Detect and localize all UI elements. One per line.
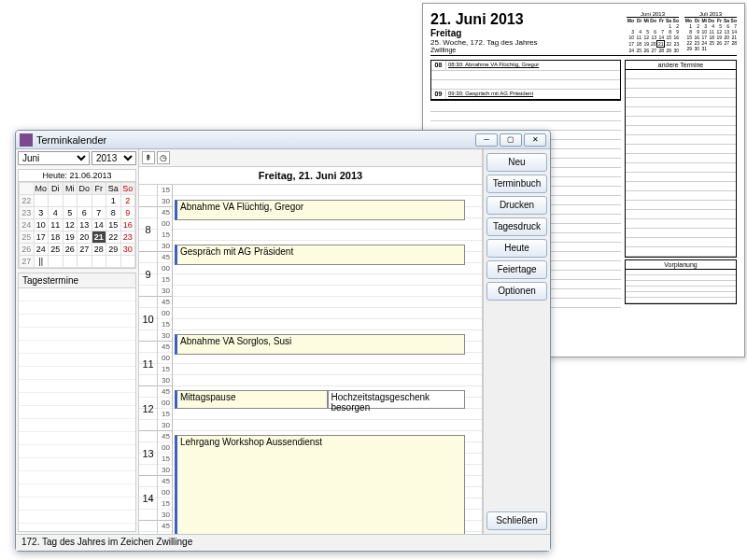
calendar-day[interactable]: 4 <box>49 207 63 219</box>
calendar-day[interactable]: 17 <box>34 231 49 244</box>
day-appointments-panel: Tagestermine <box>18 273 136 532</box>
close-window-button[interactable]: ✕ <box>524 133 546 147</box>
calendar-day[interactable]: 7 <box>92 207 106 219</box>
calendar-day[interactable]: 30 <box>120 244 135 256</box>
calendar-day[interactable] <box>63 256 78 268</box>
calendar-day[interactable]: 2 <box>120 195 135 207</box>
print-weekday: Freitag <box>430 28 627 38</box>
appointment[interactable]: Gespräch mit AG Präsident <box>175 245 465 265</box>
calendar-day[interactable]: 29 <box>106 244 121 256</box>
calendar-day[interactable]: 26 <box>63 244 78 256</box>
terminkalender-window: Terminkalender ─ ▢ ✕ Juni 2013 Heute: 21… <box>15 130 551 552</box>
calendar-day[interactable]: 10 <box>34 219 49 231</box>
calendar-day[interactable]: || <box>34 256 49 268</box>
calendar-day[interactable]: 25 <box>49 244 63 256</box>
calendar-day[interactable]: 24 <box>34 244 49 256</box>
calendar-day[interactable] <box>49 256 63 268</box>
calendar-day[interactable]: 12 <box>63 219 78 231</box>
drucken-button[interactable]: Drucken <box>486 196 547 215</box>
neu-button[interactable]: Neu <box>486 153 547 172</box>
appointment[interactable]: Abnahme VA Flüchtig, Gregor <box>175 200 465 220</box>
today-caption: Heute: 21.06.2013 <box>19 170 135 182</box>
print-minical-current: Juni 2013 MoDiMiDoFrSaSo1234567891011121… <box>627 11 679 53</box>
feiertage-button[interactable]: Feiertage <box>486 260 547 279</box>
tagesdruck-button[interactable]: Tagesdruck <box>486 217 547 236</box>
close-button[interactable]: Schließen <box>486 511 547 530</box>
calendar-day[interactable]: 19 <box>63 231 78 244</box>
schedule-grid[interactable]: 89101112131415 1530450015304500153045001… <box>139 185 482 534</box>
appointment[interactable]: Mittagspause <box>175 390 328 409</box>
calendar-day[interactable]: 18 <box>49 231 63 244</box>
calendar-day[interactable] <box>63 195 78 207</box>
statusbar: 172. Tag des Jahres im Zeichen Zwillinge <box>16 534 550 551</box>
year-select[interactable]: 2013 <box>92 151 136 165</box>
calendar-day[interactable]: 20 <box>78 231 92 244</box>
terminbuch-button[interactable]: Terminbuch <box>486 175 547 193</box>
calendar-day[interactable] <box>106 256 121 268</box>
app-icon <box>20 133 33 147</box>
calendar-day[interactable]: 21 <box>92 231 106 244</box>
calendar-day[interactable] <box>49 195 63 207</box>
day-caption: Freitag, 21. Juni 2013 <box>139 167 482 185</box>
calendar-day[interactable]: 6 <box>78 207 92 219</box>
calendar-day[interactable]: 16 <box>120 219 135 231</box>
calendar-day[interactable]: 5 <box>63 207 78 219</box>
print-other-appointments: andere Termine <box>625 60 737 258</box>
appointment[interactable]: Abnahme VA Sorglos, Susi <box>175 334 465 355</box>
day-appointments-list[interactable] <box>19 288 135 531</box>
calendar-day[interactable]: 23 <box>120 231 135 244</box>
window-title: Terminkalender <box>36 134 475 146</box>
calendar-day[interactable]: 28 <box>92 244 106 256</box>
titlebar[interactable]: Terminkalender ─ ▢ ✕ <box>16 131 550 149</box>
month-select[interactable]: Juni <box>18 151 90 165</box>
print-preplanning: Vorplanung <box>625 259 737 304</box>
calendar-day[interactable]: 27 <box>78 244 92 256</box>
calendar-day[interactable]: 22 <box>106 231 121 244</box>
calendar-day[interactable] <box>92 195 106 207</box>
print-zodiac: Zwillinge <box>430 47 627 53</box>
calendar-day[interactable] <box>78 256 92 268</box>
page-up-icon[interactable]: ⇞ <box>142 151 155 164</box>
calendar-day[interactable]: 13 <box>78 219 92 231</box>
left-panel: Juni 2013 Heute: 21.06.2013 MoDiMiDoFrSa… <box>16 149 139 534</box>
heute-button[interactable]: Heute <box>486 239 547 258</box>
calendar-day[interactable]: 8 <box>106 207 121 219</box>
print-title: 21. Juni 2013 <box>430 11 627 28</box>
clock-icon[interactable]: ◷ <box>157 151 170 164</box>
action-panel: NeuTerminbuchDruckenTagesdruckHeuteFeier… <box>483 149 550 534</box>
appointment[interactable]: Hochzeitstagsgeschenk besorgen <box>328 390 466 409</box>
calendar-day[interactable]: 9 <box>120 207 135 219</box>
calendar-day[interactable]: 11 <box>49 219 63 231</box>
calendar-day[interactable]: 15 <box>106 219 121 231</box>
calendar-day[interactable] <box>92 256 106 268</box>
optionen-button[interactable]: Optionen <box>486 282 547 301</box>
maximize-button[interactable]: ▢ <box>500 133 522 147</box>
day-appointments-heading: Tagestermine <box>19 273 135 288</box>
calendar-day[interactable]: 3 <box>34 207 49 219</box>
minimize-button[interactable]: ─ <box>475 133 498 147</box>
print-minical-next: Juli 2013 MoDiMiDoFrSaSo1234567891011121… <box>684 11 737 53</box>
calendar-day[interactable]: 14 <box>92 219 106 231</box>
appointment[interactable]: Lehrgang Workshop Aussendienst <box>175 435 465 534</box>
calendar-day[interactable] <box>34 195 49 207</box>
calendar-day[interactable]: 1 <box>106 195 121 207</box>
calendar-day[interactable] <box>78 195 92 207</box>
calendar-day[interactable] <box>120 256 135 268</box>
print-subline: 25. Woche, 172. Tag des Jahres <box>430 38 627 47</box>
month-calendar[interactable]: Heute: 21.06.2013 MoDiMiDoFrSaSo22122334… <box>18 169 136 269</box>
